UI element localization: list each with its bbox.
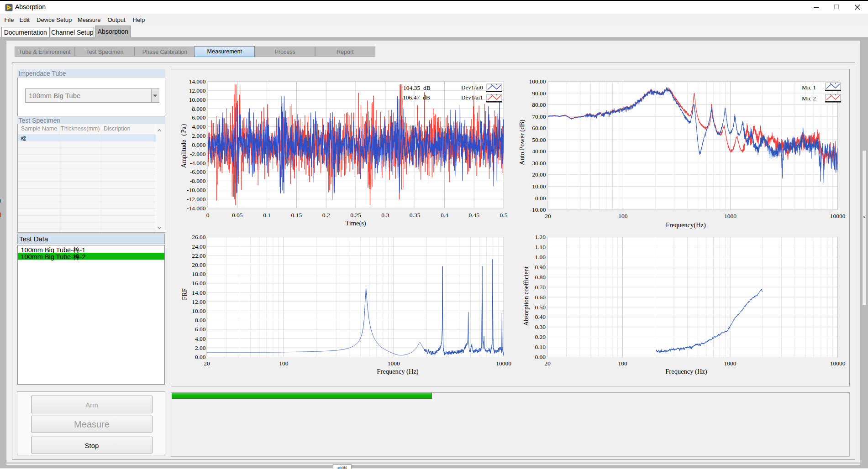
svg-text:Mic 1: Mic 1 (802, 84, 816, 91)
svg-text:22.00: 22.00 (192, 252, 206, 259)
svg-text:100: 100 (618, 213, 628, 219)
svg-text:100: 100 (618, 360, 627, 367)
svg-text:Dev1/ai1: Dev1/ai1 (461, 94, 483, 101)
svg-text:-10.00: -10.00 (530, 206, 546, 213)
svg-text:6.000: 6.000 (192, 114, 206, 121)
svg-text:2.00: 2.00 (195, 344, 206, 351)
svg-text:0.50: 0.50 (535, 304, 546, 311)
svg-text:0.4: 0.4 (441, 212, 448, 219)
svg-text:20.00: 20.00 (192, 261, 206, 268)
svg-text:100.00: 100.00 (529, 78, 546, 85)
svg-text:Dev1/ai0: Dev1/ai0 (461, 84, 483, 91)
svg-text:0.2: 0.2 (322, 212, 330, 219)
svg-text:0.5: 0.5 (500, 212, 508, 219)
svg-text:Mic 2: Mic 2 (802, 95, 816, 102)
svg-text:20: 20 (544, 360, 551, 367)
svg-text:20: 20 (204, 360, 210, 367)
svg-text:18.00: 18.00 (192, 271, 206, 277)
svg-text:10.00: 10.00 (192, 307, 206, 314)
svg-text:40.00: 40.00 (532, 148, 546, 155)
svg-text:0.10: 0.10 (535, 344, 546, 350)
svg-text:Absorption coefficient: Absorption coefficient (522, 266, 530, 326)
svg-text:1000: 1000 (724, 213, 736, 219)
svg-text:-8.000: -8.000 (190, 177, 206, 184)
svg-text:8.000: 8.000 (192, 105, 206, 112)
svg-text:-2.000: -2.000 (190, 151, 206, 157)
svg-text:14.00: 14.00 (192, 289, 206, 296)
svg-text:0.90: 0.90 (535, 264, 546, 271)
svg-text:Auto Power (dB): Auto Power (dB) (518, 120, 526, 165)
svg-text:Frequency(Hz): Frequency(Hz) (666, 221, 706, 229)
svg-text:10000: 10000 (830, 360, 846, 367)
svg-text:1.00: 1.00 (535, 254, 546, 261)
svg-text:14.000: 14.000 (189, 78, 205, 85)
svg-text:90.00: 90.00 (532, 90, 546, 97)
svg-text:80.00: 80.00 (532, 101, 546, 108)
svg-text:0.1: 0.1 (263, 212, 271, 219)
svg-text:6.00: 6.00 (195, 326, 206, 333)
svg-text:-6.000: -6.000 (190, 168, 206, 175)
svg-text:1.10: 1.10 (535, 244, 546, 250)
svg-text:0.25: 0.25 (350, 212, 361, 219)
svg-text:10000: 10000 (830, 213, 846, 219)
svg-text:0.60: 0.60 (535, 294, 546, 301)
svg-text:1000: 1000 (724, 360, 736, 367)
svg-text:24.00: 24.00 (192, 243, 206, 250)
svg-text:0.80: 0.80 (535, 274, 546, 281)
svg-text:26.00: 26.00 (192, 234, 206, 240)
svg-text:2.000: 2.000 (192, 132, 206, 139)
svg-text:70.00: 70.00 (532, 113, 546, 120)
svg-text:0.20: 0.20 (535, 334, 546, 340)
svg-text:Time(s): Time(s) (345, 219, 366, 227)
svg-text:10.00: 10.00 (532, 183, 546, 190)
svg-text:0.70: 0.70 (535, 284, 546, 291)
svg-text:Frequency (Hz): Frequency (Hz) (377, 368, 419, 375)
svg-text:8.00: 8.00 (195, 317, 206, 323)
svg-text:12.000: 12.000 (189, 87, 205, 94)
svg-text:-14.000: -14.000 (187, 205, 206, 212)
svg-text:-4.000: -4.000 (190, 160, 206, 167)
svg-text:60.00: 60.00 (532, 125, 546, 131)
svg-text:20: 20 (545, 213, 551, 219)
svg-text:0.40: 0.40 (535, 313, 546, 320)
svg-text:Frequency (Hz): Frequency (Hz) (665, 368, 707, 375)
svg-text:1.20: 1.20 (535, 234, 546, 240)
svg-text:FRF: FRF (181, 288, 188, 300)
svg-text:16.00: 16.00 (192, 280, 206, 287)
svg-text:-12.000: -12.000 (187, 196, 206, 203)
svg-text:0.15: 0.15 (291, 212, 302, 219)
svg-text:0.3: 0.3 (381, 212, 389, 219)
svg-text:0.30: 0.30 (535, 323, 546, 330)
svg-text:10000: 10000 (496, 360, 511, 367)
svg-text:30.00: 30.00 (532, 160, 546, 167)
svg-text:0: 0 (206, 212, 210, 219)
svg-text:4.00: 4.00 (195, 335, 206, 342)
svg-text:0.35: 0.35 (410, 212, 421, 219)
svg-text:0.45: 0.45 (468, 212, 479, 219)
svg-text:10.000: 10.000 (189, 96, 205, 103)
svg-text:4.000: 4.000 (192, 123, 206, 130)
svg-text:12.00: 12.00 (192, 298, 206, 305)
svg-text:0.00: 0.00 (535, 195, 546, 202)
svg-text:106.47 dB: 106.47 dB (403, 94, 430, 101)
svg-text:104.35 dB: 104.35 dB (403, 84, 431, 91)
svg-text:0.000: 0.000 (192, 141, 206, 148)
svg-text:50.00: 50.00 (532, 136, 546, 143)
svg-text:0.05: 0.05 (232, 212, 243, 219)
svg-text:20.00: 20.00 (532, 171, 546, 178)
svg-text:-10.000: -10.000 (187, 187, 206, 193)
svg-text:100: 100 (279, 360, 289, 367)
svg-text:Amplitude（Pa）: Amplitude（Pa） (180, 120, 187, 168)
svg-text:1000: 1000 (388, 360, 400, 367)
